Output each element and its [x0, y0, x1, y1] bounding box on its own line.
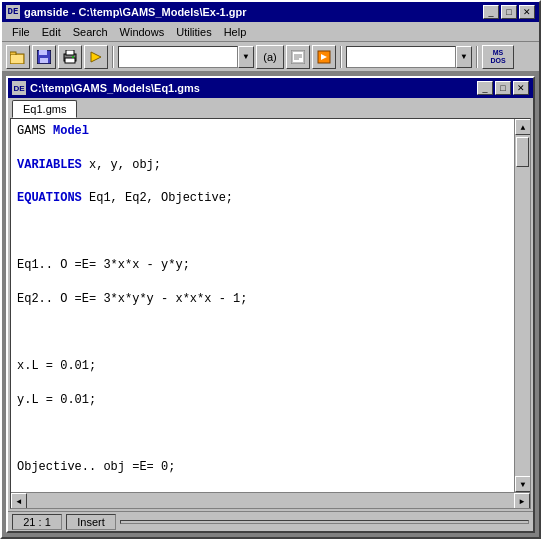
inner-window: DE C:\temp\GAMS_Models\Eq1.gms _ □ ✕ Eq1…: [6, 76, 535, 533]
tab-bar: Eq1.gms: [8, 98, 533, 118]
print-button[interactable]: [58, 45, 82, 69]
toolbar-dropdown-2[interactable]: ▼: [346, 46, 472, 68]
menu-bar: File Edit Search Windows Utilities Help: [2, 22, 539, 42]
outer-window-controls: _ □ ✕: [483, 5, 535, 19]
scroll-right-button[interactable]: ►: [514, 493, 530, 509]
inner-window-title: C:\temp\GAMS_Models\Eq1.gms: [30, 82, 477, 94]
scroll-down-button[interactable]: ▼: [515, 476, 530, 492]
toolbar: ▼ (a) ▼ MS D: [2, 42, 539, 72]
svg-rect-5: [40, 58, 48, 63]
inner-window-controls: _ □ ✕: [477, 81, 529, 95]
vertical-scrollbar: ▲ ▼: [514, 119, 530, 492]
scroll-track-v[interactable]: [515, 135, 530, 476]
scroll-left-button[interactable]: ◄: [11, 493, 27, 509]
svg-rect-7: [66, 50, 74, 55]
print-preview-button[interactable]: [286, 45, 310, 69]
inner-minimize-button[interactable]: _: [477, 81, 493, 95]
mdi-area: DE C:\temp\GAMS_Models\Eq1.gms _ □ ✕ Eq1…: [2, 72, 539, 537]
svg-rect-1: [10, 52, 16, 55]
scroll-up-button[interactable]: ▲: [515, 119, 530, 135]
cursor-position: 21 : 1: [12, 514, 62, 530]
run-button[interactable]: [84, 45, 108, 69]
horizontal-scrollbar: ◄ ►: [11, 492, 530, 508]
dropdown-1-arrow[interactable]: ▼: [238, 46, 254, 68]
inner-title-bar: DE C:\temp\GAMS_Models\Eq1.gms _ □ ✕: [8, 78, 533, 98]
scroll-thumb-v[interactable]: [516, 137, 529, 167]
outer-window: DE gamside - C:\temp\GAMS_Models\Ex-1.gp…: [0, 0, 541, 539]
menu-help[interactable]: Help: [218, 25, 253, 39]
scroll-track-h[interactable]: [27, 493, 514, 508]
menu-edit[interactable]: Edit: [36, 25, 67, 39]
toolbar-separator-2: [340, 46, 342, 68]
menu-utilities[interactable]: Utilities: [170, 25, 217, 39]
toolbar-separator-1: [112, 46, 114, 68]
open-button[interactable]: [6, 45, 30, 69]
msdos-button[interactable]: MS DOS: [482, 45, 514, 69]
status-bar: 21 : 1 Insert: [8, 511, 533, 531]
menu-windows[interactable]: Windows: [114, 25, 171, 39]
editor-mode: Insert: [66, 514, 116, 530]
code-editor[interactable]: GAMS Model VARIABLES x, y, obj; EQUATION…: [11, 119, 514, 492]
dropdown-2-arrow[interactable]: ▼: [456, 46, 472, 68]
save-button[interactable]: [32, 45, 56, 69]
svg-rect-8: [65, 58, 75, 63]
svg-rect-4: [39, 50, 47, 55]
export-button[interactable]: [312, 45, 336, 69]
outer-window-title: gamside - C:\temp\GAMS_Models\Ex-1.gpr: [24, 6, 483, 18]
tab-eq1gms[interactable]: Eq1.gms: [12, 100, 77, 118]
menu-search[interactable]: Search: [67, 25, 114, 39]
status-extra: [120, 520, 529, 524]
action-a-button[interactable]: (a): [256, 45, 284, 69]
editor-content: GAMS Model VARIABLES x, y, obj; EQUATION…: [11, 119, 530, 492]
dropdown-1-field[interactable]: [118, 46, 238, 68]
inner-window-icon: DE: [12, 81, 26, 95]
menu-file[interactable]: File: [6, 25, 36, 39]
outer-minimize-button[interactable]: _: [483, 5, 499, 19]
outer-close-button[interactable]: ✕: [519, 5, 535, 19]
inner-close-button[interactable]: ✕: [513, 81, 529, 95]
outer-title-bar: DE gamside - C:\temp\GAMS_Models\Ex-1.gp…: [2, 2, 539, 22]
outer-window-icon: DE: [6, 5, 20, 19]
svg-point-9: [72, 56, 74, 58]
toolbar-dropdown-1[interactable]: ▼: [118, 46, 254, 68]
outer-maximize-button[interactable]: □: [501, 5, 517, 19]
toolbar-separator-3: [476, 46, 478, 68]
svg-rect-2: [11, 55, 23, 63]
inner-maximize-button[interactable]: □: [495, 81, 511, 95]
dropdown-2-field[interactable]: [346, 46, 456, 68]
svg-marker-10: [91, 52, 101, 62]
editor-area: GAMS Model VARIABLES x, y, obj; EQUATION…: [10, 118, 531, 509]
